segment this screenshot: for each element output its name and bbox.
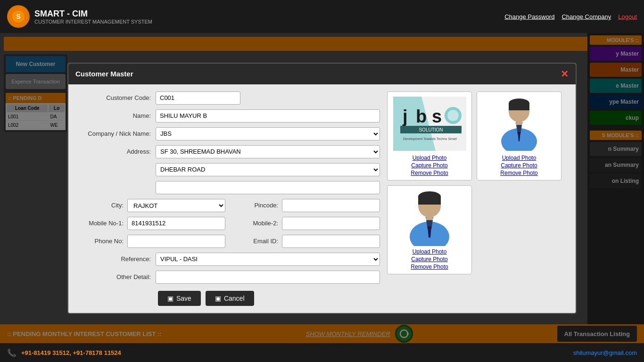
address-label: Address:: [75, 148, 156, 155]
save-label: Save: [176, 295, 191, 302]
phone-email-row: Phone No: Email ID:: [75, 235, 380, 248]
city-pincode-row: City: RAJKOT Pincode:: [75, 199, 380, 212]
address2-row: DHEBAR ROAD: [75, 163, 380, 176]
other-detail-label: Other Detail:: [75, 273, 156, 280]
pincode-label: Pincode:: [230, 202, 282, 209]
svg-text:s: s: [432, 107, 442, 126]
cancel-label: Cancel: [224, 295, 245, 302]
address1-select[interactable]: SF 30, SHREEMAD BHAVAN: [156, 145, 380, 158]
name-label: Name:: [75, 112, 156, 119]
photo-image-3: [392, 189, 467, 246]
pincode-input[interactable]: [282, 199, 380, 212]
company-nick-name-select[interactable]: JBS: [156, 127, 380, 140]
upload-photo-2-link[interactable]: Upload Photo: [502, 155, 537, 161]
footer-phone: +91-81419 31512, +91-78178 11524: [21, 349, 121, 356]
mobile1-group: Mobile No-1:: [75, 217, 225, 230]
reference-label: Reference:: [75, 255, 156, 263]
modal-form: Customer Code: Name: Company / Nick Name…: [75, 91, 380, 306]
capture-photo-2-link[interactable]: Capture Photo: [501, 162, 537, 169]
mobile2-group: Mobile-2:: [230, 217, 380, 230]
address2-select[interactable]: DHEBAR ROAD: [156, 163, 380, 176]
customer-code-input[interactable]: [156, 91, 240, 105]
name-row: Name:: [75, 109, 380, 123]
svg-rect-16: [509, 103, 529, 110]
mobile-row: Mobile No-1: Mobile-2:: [75, 217, 380, 230]
upload-photo-3-link[interactable]: Upload Photo: [413, 248, 447, 255]
cancel-icon: ▣: [215, 295, 221, 302]
address3-input[interactable]: [156, 181, 380, 194]
footer-email: shilumayur@gmail.com: [573, 349, 637, 356]
app-logo-icon: S: [7, 5, 30, 28]
pincode-group: Pincode:: [230, 199, 380, 212]
capture-photo-1-link[interactable]: Capture Photo: [411, 162, 447, 169]
photo-bottom-row: Upload Photo Capture Photo Remove Photo: [387, 185, 569, 274]
svg-text:j: j: [402, 107, 408, 126]
phone-group: Phone No:: [75, 235, 225, 248]
photo-actions-2: Upload Photo Capture Photo Remove Photo: [500, 155, 537, 176]
photo-actions-1: Upload Photo Capture Photo Remove Photo: [411, 155, 448, 176]
email-label: Email ID:: [230, 238, 282, 245]
company-nick-name-row: Company / Nick Name: JBS: [75, 127, 380, 140]
reference-select[interactable]: VIPUL - DASI: [156, 253, 380, 266]
other-detail-row: Other Detail:: [75, 271, 380, 284]
svg-text:SOLUTION: SOLUTION: [419, 127, 443, 132]
app-title: SMART - CIM CUSTOMER INTEREST MANAGEMENT…: [34, 9, 152, 25]
address1-row: Address: SF 30, SHREEMAD BHAVAN: [75, 145, 380, 158]
change-company-link[interactable]: Change Company: [561, 13, 611, 20]
capture-photo-3-link[interactable]: Capture Photo: [411, 256, 447, 263]
company-nick-name-label: Company / Nick Name:: [75, 130, 156, 137]
photo-panels: j b s SOLUTION Development Towards Techn…: [387, 91, 569, 306]
photo-image-2: [481, 96, 557, 152]
photo-box-1: j b s SOLUTION Development Towards Techn…: [387, 91, 472, 181]
city-label: City:: [75, 202, 127, 209]
main-area: MODULE'S :: y Master Master e Master ype…: [0, 33, 644, 343]
cancel-button[interactable]: ▣ Cancel: [206, 291, 254, 306]
reference-row: Reference: VIPUL - DASI: [75, 253, 380, 266]
svg-point-12: [447, 110, 459, 121]
remove-photo-1-link[interactable]: Remove Photo: [411, 170, 448, 176]
header-links: Change Password Change Company Logout: [504, 13, 637, 20]
svg-text:b: b: [416, 107, 427, 126]
mobile1-label: Mobile No-1:: [75, 220, 127, 227]
modal-header: Customer Master ✕: [68, 64, 576, 84]
city-group: City: RAJKOT: [75, 199, 225, 212]
name-input[interactable]: [156, 109, 380, 123]
modal-close-btn[interactable]: ✕: [561, 68, 569, 80]
remove-photo-2-link[interactable]: Remove Photo: [500, 170, 537, 176]
remove-photo-3-link[interactable]: Remove Photo: [411, 263, 448, 270]
svg-text:S: S: [16, 13, 20, 20]
svg-rect-20: [516, 120, 522, 125]
change-password-link[interactable]: Change Password: [504, 13, 554, 20]
city-select[interactable]: RAJKOT: [127, 199, 225, 212]
photo-box-2: Upload Photo Capture Photo Remove Photo: [477, 91, 561, 181]
phone-label: Phone No:: [75, 238, 127, 245]
modal-title: Customer Master: [75, 70, 133, 78]
logout-link[interactable]: Logout: [618, 13, 637, 20]
photo-actions-3: Upload Photo Capture Photo Remove Photo: [411, 248, 448, 270]
modal-body: Customer Code: Name: Company / Nick Name…: [68, 84, 576, 313]
mobile2-label: Mobile-2:: [230, 220, 282, 227]
footer: 📞 +91-81419 31512, +91-78178 11524 shilu…: [0, 343, 644, 362]
form-buttons: ▣ Save ▣ Cancel: [75, 291, 380, 306]
svg-rect-24: [418, 197, 441, 205]
modal-overlay: Customer Master ✕ Customer Code: Name:: [0, 33, 644, 343]
mobile1-input[interactable]: [127, 217, 225, 230]
phone-icon: 📞: [7, 348, 17, 357]
save-button[interactable]: ▣ Save: [158, 291, 201, 306]
svg-text:Development Towards Techno Sma: Development Towards Techno Smart: [403, 137, 456, 141]
logo-area: S SMART - CIM CUSTOMER INTEREST MANAGEME…: [7, 5, 152, 28]
upload-photo-1-link[interactable]: Upload Photo: [413, 155, 447, 161]
email-group: Email ID:: [230, 235, 380, 248]
mobile2-input[interactable]: [282, 217, 380, 230]
email-input[interactable]: [282, 235, 380, 248]
photo-box-3: Upload Photo Capture Photo Remove Photo: [387, 185, 472, 274]
top-header: S SMART - CIM CUSTOMER INTEREST MANAGEME…: [0, 0, 644, 33]
customer-code-label: Customer Code:: [75, 94, 156, 101]
svg-rect-28: [426, 215, 433, 220]
address3-row: [75, 181, 380, 194]
customer-master-modal: Customer Master ✕ Customer Code: Name:: [67, 63, 577, 314]
customer-code-row: Customer Code:: [75, 91, 380, 105]
other-detail-input[interactable]: [156, 271, 380, 284]
phone-input[interactable]: [127, 235, 225, 248]
footer-phone-area: 📞 +91-81419 31512, +91-78178 11524: [7, 348, 121, 357]
